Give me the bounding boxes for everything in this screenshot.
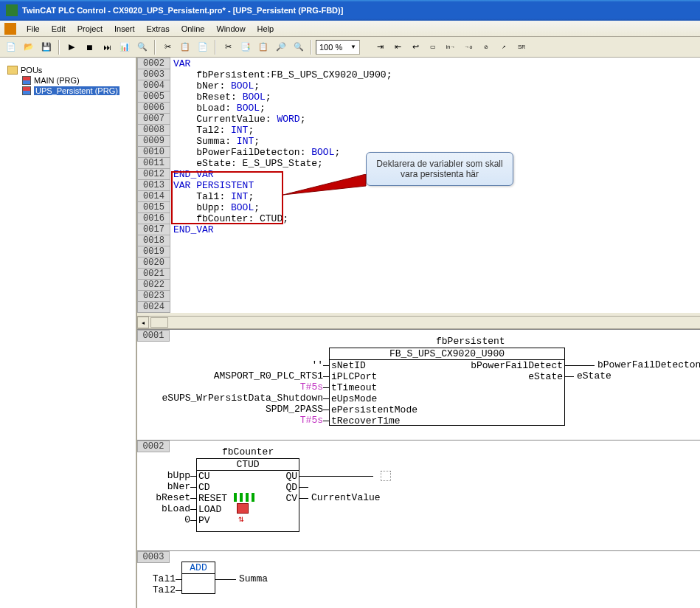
negate-button[interactable]: ⊘: [478, 39, 494, 55]
tree-root-pous[interactable]: POUs: [6, 65, 136, 75]
wire-var: 0: [137, 514, 190, 525]
code-text: ;: [254, 80, 260, 91]
menu-file[interactable]: File: [21, 23, 46, 35]
line-number: 0024: [138, 302, 170, 313]
wire-var: Summa: [239, 573, 268, 584]
tree-root-label: POUs: [21, 66, 42, 75]
code-text: bReset:: [173, 91, 243, 103]
wire-var: T#5s: [137, 415, 323, 426]
menu-edit[interactable]: Edit: [46, 23, 72, 35]
find-next-button[interactable]: 🔍: [291, 39, 307, 55]
menu-help[interactable]: Help: [252, 23, 280, 35]
tree-item-ups-persistent[interactable]: UPS_Persistent (PRG): [21, 86, 136, 96]
code-text: VAR: [173, 58, 190, 69]
scroll-thumb[interactable]: [150, 317, 168, 328]
menu-insert[interactable]: Insert: [108, 23, 141, 35]
save-button[interactable]: 💾: [38, 39, 55, 55]
scroll-left-arrow-icon[interactable]: ◂: [137, 317, 149, 328]
wire-var: bLoad: [137, 503, 190, 514]
copy-button[interactable]: 📋: [177, 39, 193, 55]
port-label: eState: [528, 371, 563, 382]
line-number: 0009: [138, 136, 170, 147]
step-button[interactable]: ⏭: [99, 39, 115, 55]
port-label: bPowerFailDetect: [471, 360, 563, 371]
pou-icon: [22, 76, 31, 85]
code-text: fbCounter: CTUD;: [173, 213, 288, 224]
paste2-button[interactable]: 📋: [255, 39, 271, 55]
port-label: QD: [285, 482, 297, 493]
tree-item-main[interactable]: MAIN (PRG): [21, 75, 136, 86]
instance-name: fbPersistent: [436, 336, 505, 347]
fb-type: FB_S_UPS_CX9020_U900: [330, 348, 564, 360]
open-file-button[interactable]: 📂: [21, 39, 37, 55]
line-number: 0012: [138, 169, 170, 180]
horizontal-scrollbar[interactable]: ◂: [137, 316, 700, 329]
fb-block-counter[interactable]: CTUD CU QU CD QD RESET CV LOAD PV: [196, 458, 299, 532]
callout-line1: Deklarera de variabler som skall: [375, 159, 504, 169]
code-text: CurrentValue:: [173, 114, 277, 125]
project-tree-pane: POUs MAIN (PRG) UPS_Persistent (PRG): [0, 58, 137, 608]
copy2-button[interactable]: 📑: [238, 39, 254, 55]
line-number: 0018: [138, 235, 170, 246]
line-number: 0011: [138, 158, 170, 169]
fb-block-add[interactable]: ADD: [181, 562, 215, 594]
menu-online[interactable]: Online: [176, 23, 211, 35]
network-1[interactable]: 0001 fbPersistent FB_S_UPS_CX9020_U900 s…: [137, 329, 700, 440]
menu-window[interactable]: Window: [210, 23, 251, 35]
set-reset-button[interactable]: SR: [513, 39, 530, 55]
code-text: Summa:: [173, 136, 237, 147]
code-text: ;: [266, 91, 271, 103]
wire-var: Tal2: [137, 584, 176, 595]
wire-var: AMSPORT_R0_PLC_RTS1: [137, 370, 323, 381]
port-label: iPLCPort: [331, 371, 377, 382]
monitor-button[interactable]: 🔍: [134, 39, 150, 55]
toolbar-separator: [154, 40, 156, 55]
main-area: POUs MAIN (PRG) UPS_Persistent (PRG) 000…: [0, 58, 700, 608]
cut2-button[interactable]: ✂: [220, 39, 236, 55]
code-keyword: INT: [231, 125, 248, 136]
code-keyword: BOOL: [237, 103, 260, 114]
trace-button[interactable]: 📊: [117, 39, 133, 55]
wire-var: CurrentValue: [311, 492, 381, 503]
menu-extras[interactable]: Extras: [140, 23, 175, 35]
code-keyword: BOOL: [311, 147, 334, 158]
input-button[interactable]: in→: [443, 39, 459, 55]
run-button[interactable]: ▶: [63, 39, 80, 55]
line-number: 0005: [138, 91, 170, 103]
find-button[interactable]: 🔎: [273, 39, 289, 55]
port-label: CD: [198, 482, 210, 493]
code-keyword: END_VAR: [173, 224, 214, 235]
line-number: 0007: [138, 114, 170, 125]
menubar: File Edit Project Insert Extras Online W…: [0, 21, 700, 37]
assign-button[interactable]: ⇥: [372, 39, 388, 55]
line-number: 0002: [138, 58, 170, 69]
declaration-pane[interactable]: 0002VAR 0003 fbPersistent:FB_S_UPS_CX902…: [137, 58, 700, 316]
network-3[interactable]: 0003 ADD Tal1 Tal2 Summa: [137, 550, 700, 608]
jump-button[interactable]: ⇤: [389, 39, 406, 55]
line-number: 0020: [138, 258, 170, 269]
wire-var: T#5s: [137, 381, 323, 393]
toolbar-separator: [311, 40, 312, 55]
code-text: ;: [254, 202, 260, 213]
code-text: ;: [260, 103, 266, 114]
code-text: ;: [300, 114, 306, 125]
fbd-pane[interactable]: 0001 fbPersistent FB_S_UPS_CX9020_U900 s…: [137, 329, 700, 608]
box-button[interactable]: ▭: [425, 39, 441, 55]
new-file-button[interactable]: 📄: [3, 39, 19, 55]
paste-button[interactable]: 📄: [195, 39, 211, 55]
toolbar: 📄 📂 💾 ▶ ⏹ ⏭ 📊 🔍 ✂ 📋 📄 ✂ 📑 📋 🔎 🔍 100 % ▼ …: [0, 37, 700, 58]
network-2[interactable]: 0002 fbCounter CTUD CU QU CD QD RESET CV…: [137, 440, 700, 550]
code-text: fbPersistent:FB_S_UPS_CX9020_U900;: [173, 69, 392, 80]
cut-button[interactable]: ✂: [159, 39, 176, 55]
menu-project[interactable]: Project: [72, 23, 108, 35]
return-button[interactable]: ↩: [407, 39, 423, 55]
stop-button[interactable]: ⏹: [81, 39, 97, 55]
output-button[interactable]: →o: [460, 39, 477, 55]
code-text: bNer:: [173, 80, 231, 91]
fb-type: ADD: [182, 562, 215, 574]
fb-block-persistent[interactable]: FB_S_UPS_CX9020_U900 sNetID bPowerFailDe…: [329, 348, 565, 426]
dropdown-arrow-icon: ▼: [350, 44, 356, 50]
edge-button[interactable]: ↗: [496, 39, 512, 55]
zoom-combobox[interactable]: 100 % ▼: [316, 40, 360, 55]
code-text: ;: [254, 136, 260, 147]
